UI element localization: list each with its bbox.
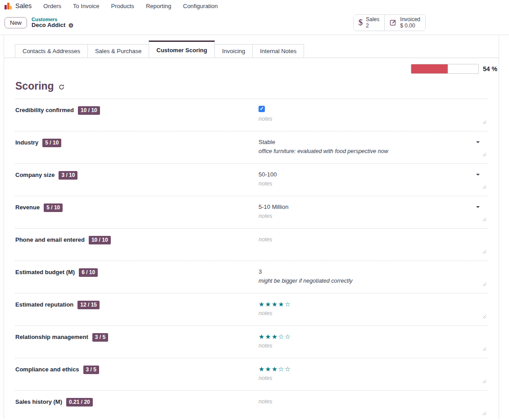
stat-value: 2 [366, 23, 379, 29]
tab-invoicing[interactable]: Invoicing [214, 44, 253, 58]
score-badge: 6 / 10 [79, 268, 98, 277]
resize-grip[interactable] [482, 378, 486, 385]
resize-grip[interactable] [482, 281, 486, 288]
notes-textarea[interactable]: notes [259, 115, 481, 123]
score-badge: 5 / 10 [42, 139, 61, 147]
top-nav: Sales OrdersTo InvoiceProductsReportingC… [0, 0, 509, 12]
tab-customer-scoring[interactable]: Customer Scoring [149, 41, 215, 58]
resize-grip[interactable] [482, 410, 486, 417]
nav-item-configuration[interactable]: Configuration [183, 3, 218, 9]
scoring-row: Sales history (M)0.21 / 20notes [15, 390, 487, 420]
stat-value: $ 0.00 [400, 23, 420, 29]
stat-label: Invoiced [400, 16, 420, 23]
score-badge: 10 / 10 [89, 236, 111, 244]
new-button[interactable]: New [5, 17, 27, 28]
tab-sales-purchase[interactable]: Sales & Purchase [87, 44, 149, 58]
criterion-label: Phone and email entered [15, 236, 85, 244]
criterion-label: Estimated reputation [15, 301, 73, 309]
score-badge: 12 / 15 [77, 301, 100, 309]
criterion-label: Estimated budget (M) [15, 268, 75, 276]
score-badge: 3 / 5 [83, 366, 99, 374]
score-badge: 3 / 10 [59, 171, 77, 180]
stat-label: Sales [366, 16, 379, 23]
chevron-down-icon[interactable] [476, 174, 480, 176]
criterion-label: Sales history (M) [15, 398, 62, 406]
notes-textarea[interactable]: notes [259, 374, 481, 382]
score-badge: 10 / 10 [78, 106, 100, 115]
scoring-row: Revenue5 / 105-10 Millionnotes [15, 196, 487, 228]
breadcrumb: Customers Deco Addict ⚙ [32, 17, 73, 29]
edit-icon [390, 19, 397, 26]
nav-item-reporting[interactable]: Reporting [146, 3, 171, 9]
text-value[interactable]: 3 [259, 268, 262, 275]
gear-icon[interactable]: ⚙ [68, 23, 73, 28]
criterion-label: Industry [15, 139, 38, 147]
notes-textarea[interactable]: notes [259, 397, 481, 406]
check-icon: ✓ [259, 106, 264, 111]
resize-grip[interactable] [482, 216, 486, 223]
chevron-down-icon[interactable] [476, 206, 480, 208]
criterion-label: Compliance and ethics [15, 366, 79, 374]
score-progress-row: 54 % [4, 58, 499, 74]
scoring-row: Phone and email entered10 / 10notes [15, 228, 487, 261]
criterion-label: Revenue [15, 203, 40, 212]
star-rating[interactable]: ★★★☆☆ [259, 333, 291, 340]
breadcrumb-current: Deco Addict ⚙ [32, 22, 73, 29]
scoring-row: Relationship management3 / 5★★★☆☆notes [15, 325, 487, 358]
nav-menu: OrdersTo InvoiceProductsReportingConfigu… [43, 3, 218, 9]
scoring-row: Estimated budget (M)6 / 103might be bigg… [15, 261, 487, 293]
nav-item-to-invoice[interactable]: To Invoice [73, 3, 100, 9]
tab-internal-notes[interactable]: Internal Notes [252, 44, 304, 58]
resize-grip[interactable] [482, 119, 486, 126]
score-badge: 0.21 / 20 [66, 398, 93, 406]
scoring-rows: Credibility confirmed10 / 10✓notesIndust… [15, 99, 487, 420]
nav-item-orders[interactable]: Orders [43, 3, 61, 9]
notes-textarea[interactable]: notes [259, 235, 481, 244]
notes-textarea[interactable]: might be bigger if negotiated correctly [259, 277, 481, 285]
select-value[interactable]: 50-100 [259, 171, 277, 178]
score-progress-bar [411, 64, 479, 74]
control-panel: New Customers Deco Addict ⚙ $Sales2Invoi… [0, 12, 509, 35]
score-progress-label: 54 % [483, 65, 497, 72]
scoring-title: Scoring [15, 80, 54, 92]
criterion-label: Credibility confirmed [15, 106, 74, 114]
notes-textarea[interactable]: office furniture: evaluated with food pe… [259, 147, 481, 155]
star-rating[interactable]: ★★★☆☆ [259, 366, 291, 373]
notes-textarea[interactable]: notes [259, 180, 481, 188]
notes-textarea[interactable]: notes [259, 309, 481, 317]
chevron-down-icon[interactable] [476, 141, 480, 143]
stat-button-group: $Sales2Invoiced$ 0.00 [353, 14, 426, 31]
criterion-label: Relationship management [15, 333, 88, 341]
app-name[interactable]: Sales [15, 2, 32, 9]
select-value[interactable]: 5-10 Million [259, 203, 288, 210]
resize-grip[interactable] [482, 313, 486, 320]
stat-button-invoiced[interactable]: Invoiced$ 0.00 [384, 15, 425, 31]
star-rating[interactable]: ★★★★☆ [259, 301, 291, 308]
nav-item-products[interactable]: Products [111, 3, 134, 9]
dollar-icon: $ [359, 18, 363, 27]
score-badge: 3 / 5 [92, 333, 108, 342]
odoo-logo-icon [5, 2, 12, 9]
refresh-icon[interactable] [59, 84, 64, 90]
app-brand[interactable]: Sales [5, 2, 32, 9]
resize-grip[interactable] [482, 151, 486, 158]
scoring-row: Company size3 / 1050-100notes [15, 163, 487, 196]
criterion-label: Company size [15, 171, 55, 179]
notes-textarea[interactable]: notes [259, 212, 481, 220]
score-badge: 5 / 10 [44, 203, 63, 212]
notes-textarea[interactable]: notes [259, 342, 481, 350]
tab-contacts-addresses[interactable]: Contacts & Addresses [15, 44, 88, 58]
scoring-row: Credibility confirmed10 / 10✓notes [15, 99, 487, 131]
scoring-row: Estimated reputation12 / 15★★★★☆notes [15, 293, 487, 325]
scoring-row: Industry5 / 10Stableoffice furniture: ev… [15, 131, 487, 163]
score-progress-fill [411, 64, 447, 73]
resize-grip[interactable] [482, 248, 486, 255]
record-title: Deco Addict [32, 22, 65, 29]
checkbox-checked[interactable]: ✓ [259, 106, 265, 112]
scoring-row: Compliance and ethics3 / 5★★★☆☆notes [15, 358, 487, 390]
resize-grip[interactable] [482, 184, 486, 190]
select-value[interactable]: Stable [259, 139, 275, 145]
scoring-header: Scoring [4, 74, 499, 99]
resize-grip[interactable] [482, 346, 486, 352]
stat-button-sales[interactable]: $Sales2 [354, 15, 385, 31]
